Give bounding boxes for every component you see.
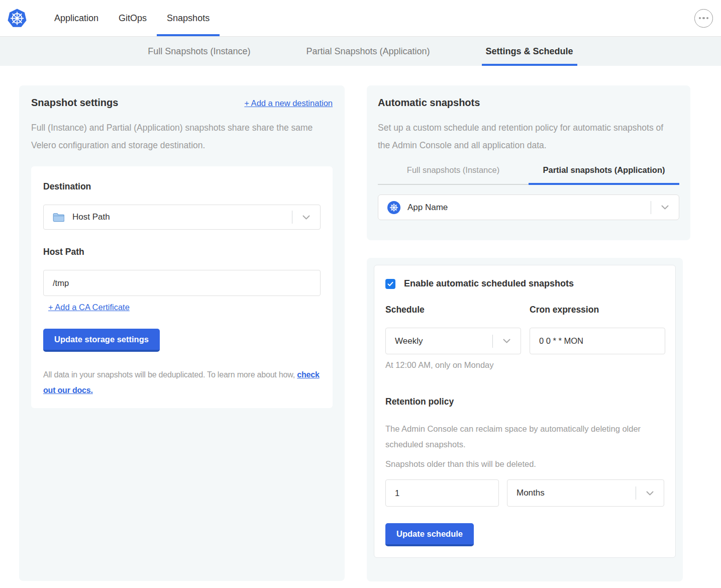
folder-icon: [53, 213, 64, 222]
schedule-section: Enable automatic scheduled snapshots Sch…: [367, 258, 683, 581]
subnav-tab-full-snapshots[interactable]: Full Snapshots (Instance): [144, 37, 254, 66]
snapshot-settings-title: Snapshot settings: [31, 97, 118, 109]
right-column: Automatic snapshots Set up a custom sche…: [367, 85, 690, 581]
main-content: Snapshot settings + Add a new destinatio…: [0, 66, 721, 581]
subnav-tab-partial-snapshots[interactable]: Partial Snapshots (Application): [302, 37, 434, 66]
host-path-input[interactable]: [43, 270, 321, 296]
cron-expression-label: Cron expression: [530, 305, 665, 315]
destination-select[interactable]: Host Path: [43, 205, 321, 230]
dedup-note-text: All data in your snapshots will be dedup…: [43, 370, 295, 379]
enable-snapshots-checkbox[interactable]: [385, 279, 395, 289]
app-select[interactable]: App Name: [378, 194, 679, 220]
update-storage-settings-button[interactable]: Update storage settings: [43, 329, 160, 352]
enable-snapshots-label: Enable automatic scheduled snapshots: [404, 278, 574, 289]
automatic-snapshots-card: Automatic snapshots Set up a custom sche…: [367, 85, 690, 240]
schedule-card: Enable automatic scheduled snapshots Sch…: [374, 265, 676, 558]
snapshots-subnav: Full Snapshots (Instance) Partial Snapsh…: [0, 37, 721, 66]
kubernetes-app-icon: [387, 201, 400, 214]
schedule-interval-value: Weekly: [395, 336, 423, 346]
nav-tab-snapshots[interactable]: Snapshots: [157, 0, 220, 36]
nav-tab-application[interactable]: Application: [44, 0, 109, 36]
subnav-tab-settings-schedule[interactable]: Settings & Schedule: [482, 37, 577, 66]
app-select-value: App Name: [407, 203, 448, 213]
retention-fields: Months: [385, 479, 664, 507]
checkmark-icon: [387, 281, 393, 286]
chevron-down-icon: [636, 491, 664, 496]
snapshot-settings-card: Snapshot settings + Add a new destinatio…: [19, 85, 345, 581]
main-nav: Application GitOps Snapshots: [44, 0, 220, 36]
retention-policy-description: The Admin Console can reclaim space by a…: [385, 421, 651, 452]
cron-expression-input[interactable]: [530, 328, 665, 354]
add-destination-link[interactable]: + Add a new destination: [244, 99, 333, 108]
snapshots-settings-page: Application GitOps Snapshots Full Snapsh…: [0, 0, 721, 581]
retention-policy-title: Retention policy: [385, 397, 664, 407]
retention-amount-input[interactable]: [385, 479, 499, 507]
ellipsis-icon: [699, 17, 701, 20]
nav-tab-gitops[interactable]: GitOps: [109, 0, 157, 36]
schedule-fields: Schedule Cron expression Weekly: [385, 305, 664, 354]
destination-label: Destination: [43, 181, 321, 192]
tab-partial-snapshots-application[interactable]: Partial snapshots (Application): [529, 165, 679, 185]
add-ca-certificate-link[interactable]: + Add a CA Certificate: [48, 303, 130, 312]
cron-readable-hint: At 12:00 AM, only on Monday: [385, 360, 664, 370]
retention-unit-value: Months: [517, 488, 545, 498]
schedule-interval-select[interactable]: Weekly: [385, 328, 521, 354]
snapshot-settings-description: Full (Instance) and Partial (Application…: [31, 119, 325, 154]
chevron-down-icon: [651, 205, 679, 210]
more-options-button[interactable]: [694, 9, 713, 28]
enable-snapshots-row: Enable automatic scheduled snapshots: [385, 278, 664, 289]
chevron-down-icon: [292, 215, 320, 220]
tab-full-snapshots-instance[interactable]: Full snapshots (Instance): [378, 165, 529, 185]
snapshot-type-tabs: Full snapshots (Instance) Partial snapsh…: [378, 165, 679, 185]
app-header: Application GitOps Snapshots: [0, 0, 721, 37]
host-path-label: Host Path: [43, 247, 321, 257]
automatic-snapshots-title: Automatic snapshots: [378, 97, 679, 109]
kubernetes-logo-icon: [8, 0, 27, 36]
update-schedule-button[interactable]: Update schedule: [385, 523, 474, 546]
destination-value: Host Path: [72, 212, 110, 222]
retention-hint: Snapshots older than this will be delete…: [385, 459, 664, 469]
retention-unit-select[interactable]: Months: [507, 479, 664, 507]
schedule-label: Schedule: [385, 305, 521, 315]
dedup-note: All data in your snapshots will be dedup…: [43, 367, 321, 398]
automatic-snapshots-description: Set up a custom schedule and retention p…: [378, 119, 672, 154]
chevron-down-icon: [493, 339, 521, 343]
storage-settings-panel: Destination Host Path: [31, 166, 333, 408]
